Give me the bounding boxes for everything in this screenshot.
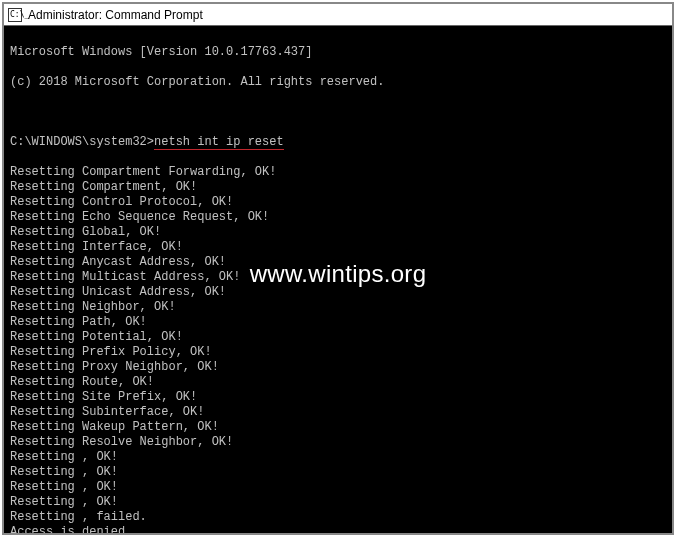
output-line: Resetting Potential, OK! [10, 330, 666, 345]
output-line: Resetting Site Prefix, OK! [10, 390, 666, 405]
output-line: Resetting Global, OK! [10, 225, 666, 240]
output-line: Resetting , OK! [10, 465, 666, 480]
prompt-path: C:\WINDOWS\system32> [10, 135, 154, 149]
output-line: Resetting Compartment Forwarding, OK! [10, 165, 666, 180]
header-line: (c) 2018 Microsoft Corporation. All righ… [10, 75, 666, 90]
output-line: Resetting Interface, OK! [10, 240, 666, 255]
cmd-icon [8, 8, 22, 22]
header-line: Microsoft Windows [Version 10.0.17763.43… [10, 45, 666, 60]
output-block: Resetting Compartment Forwarding, OK!Res… [10, 165, 666, 533]
typed-command: netsh int ip reset [154, 135, 284, 149]
blank-line [10, 105, 666, 120]
output-line: Resetting Compartment, OK! [10, 180, 666, 195]
output-line: Resetting Control Protocol, OK! [10, 195, 666, 210]
terminal-output[interactable]: Microsoft Windows [Version 10.0.17763.43… [4, 26, 672, 533]
window-title: Administrator: Command Prompt [28, 9, 203, 21]
titlebar[interactable]: Administrator: Command Prompt [4, 4, 672, 26]
output-line: Resetting , OK! [10, 480, 666, 495]
command-prompt-window: Administrator: Command Prompt Microsoft … [2, 2, 674, 535]
output-line: Resetting Echo Sequence Request, OK! [10, 210, 666, 225]
red-underline-icon [154, 149, 284, 150]
output-line: Resetting Prefix Policy, OK! [10, 345, 666, 360]
output-line: Resetting Subinterface, OK! [10, 405, 666, 420]
output-line: Resetting Route, OK! [10, 375, 666, 390]
output-line: Resetting Multicast Address, OK! [10, 270, 666, 285]
output-line: Resetting Neighbor, OK! [10, 300, 666, 315]
output-line: Access is denied. [10, 525, 666, 533]
output-line: Resetting , failed. [10, 510, 666, 525]
output-line: Resetting Resolve Neighbor, OK! [10, 435, 666, 450]
output-line: Resetting , OK! [10, 495, 666, 510]
output-line: Resetting Unicast Address, OK! [10, 285, 666, 300]
output-line: Resetting , OK! [10, 450, 666, 465]
output-line: Resetting Anycast Address, OK! [10, 255, 666, 270]
output-line: Resetting Path, OK! [10, 315, 666, 330]
output-line: Resetting Proxy Neighbor, OK! [10, 360, 666, 375]
output-line: Resetting Wakeup Pattern, OK! [10, 420, 666, 435]
prompt-line: C:\WINDOWS\system32>netsh int ip reset [10, 135, 666, 150]
